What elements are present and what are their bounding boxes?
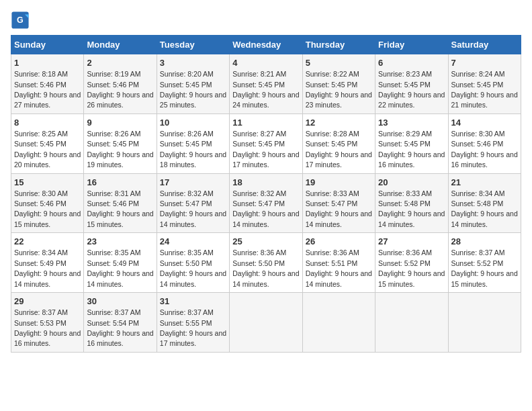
sunset-info: Sunset: 5:45 PM [160, 81, 212, 89]
daylight-info: Daylight: 9 hours and 15 minutes. [87, 210, 153, 228]
day-number: 5 [306, 57, 372, 69]
sunrise-info: Sunrise: 8:26 AM [160, 130, 214, 138]
day-number: 31 [160, 295, 226, 308]
calendar-cell: 15Sunrise: 8:30 AMSunset: 5:46 PMDayligh… [11, 173, 84, 233]
sunset-info: Sunset: 5:45 PM [87, 140, 139, 148]
daylight-info: Daylight: 9 hours and 17 minutes. [232, 150, 299, 169]
sunrise-info: Sunrise: 8:33 AM [306, 189, 359, 197]
day-number: 27 [378, 236, 445, 248]
day-number: 7 [451, 57, 518, 69]
calendar-cell: 20Sunrise: 8:33 AMSunset: 5:48 PMDayligh… [375, 173, 448, 233]
day-number: 19 [306, 177, 372, 189]
daylight-info: Daylight: 9 hours and 14 minutes. [160, 269, 226, 287]
sunrise-info: Sunrise: 8:25 AM [14, 130, 68, 138]
calendar-cell: 11Sunrise: 8:27 AMSunset: 5:45 PMDayligh… [230, 113, 302, 173]
sunrise-info: Sunrise: 8:37 AM [14, 308, 68, 316]
daylight-info: Daylight: 9 hours and 14 minutes. [232, 210, 299, 228]
calendar-cell: 23Sunrise: 8:35 AMSunset: 5:49 PMDayligh… [84, 233, 157, 293]
calendar-cell: 16Sunrise: 8:31 AMSunset: 5:46 PMDayligh… [84, 173, 157, 233]
sunset-info: Sunset: 5:53 PM [14, 319, 66, 327]
header-cell-wednesday: Wednesday [230, 36, 302, 54]
sunrise-info: Sunrise: 8:33 AM [378, 189, 432, 197]
day-number: 15 [14, 177, 81, 189]
sunrise-info: Sunrise: 8:37 AM [160, 308, 214, 316]
day-number: 28 [451, 236, 518, 248]
calendar-cell [448, 293, 521, 353]
calendar-cell: 27Sunrise: 8:36 AMSunset: 5:52 PMDayligh… [375, 233, 448, 293]
day-number: 22 [14, 236, 81, 248]
day-number: 26 [306, 236, 372, 248]
sunset-info: Sunset: 5:45 PM [14, 140, 66, 148]
header-cell-sunday: Sunday [11, 36, 84, 54]
calendar-week-row: 15Sunrise: 8:30 AMSunset: 5:46 PMDayligh… [11, 173, 521, 233]
daylight-info: Daylight: 9 hours and 16 minutes. [378, 150, 445, 169]
sunrise-info: Sunrise: 8:37 AM [451, 248, 505, 257]
calendar-cell [230, 293, 302, 353]
sunset-info: Sunset: 5:45 PM [306, 140, 358, 148]
sunrise-info: Sunrise: 8:34 AM [14, 248, 68, 257]
daylight-info: Daylight: 9 hours and 14 minutes. [87, 269, 153, 287]
daylight-info: Daylight: 9 hours and 19 minutes. [87, 150, 153, 169]
sunrise-info: Sunrise: 8:18 AM [14, 70, 68, 78]
calendar-cell: 29Sunrise: 8:37 AMSunset: 5:53 PMDayligh… [11, 293, 84, 353]
calendar-cell: 6Sunrise: 8:23 AMSunset: 5:45 PMDaylight… [375, 54, 448, 114]
sunset-info: Sunset: 5:46 PM [14, 199, 66, 208]
sunrise-info: Sunrise: 8:32 AM [160, 189, 214, 197]
sunrise-info: Sunrise: 8:30 AM [451, 130, 505, 138]
sunset-info: Sunset: 5:46 PM [87, 199, 139, 208]
sunrise-info: Sunrise: 8:36 AM [232, 248, 286, 257]
day-number: 20 [378, 177, 445, 189]
calendar-week-row: 29Sunrise: 8:37 AMSunset: 5:53 PMDayligh… [11, 293, 521, 353]
calendar-body: 1Sunrise: 8:18 AMSunset: 5:46 PMDaylight… [11, 54, 521, 353]
daylight-info: Daylight: 9 hours and 20 minutes. [14, 150, 81, 169]
sunset-info: Sunset: 5:47 PM [306, 199, 358, 208]
calendar-cell: 25Sunrise: 8:36 AMSunset: 5:50 PMDayligh… [230, 233, 302, 293]
day-number: 4 [232, 57, 299, 69]
day-number: 2 [87, 57, 153, 69]
day-number: 6 [378, 57, 445, 69]
calendar-cell: 22Sunrise: 8:34 AMSunset: 5:49 PMDayligh… [11, 233, 84, 293]
sunset-info: Sunset: 5:48 PM [451, 199, 504, 208]
logo: G [11, 11, 32, 30]
sunrise-info: Sunrise: 8:32 AM [232, 189, 286, 197]
header-cell-monday: Monday [84, 36, 157, 54]
sunset-info: Sunset: 5:52 PM [378, 259, 431, 267]
daylight-info: Daylight: 9 hours and 24 minutes. [232, 91, 299, 109]
sunset-info: Sunset: 5:45 PM [232, 81, 285, 89]
day-number: 23 [87, 236, 153, 248]
calendar-week-row: 1Sunrise: 8:18 AMSunset: 5:46 PMDaylight… [11, 54, 521, 114]
header-row: SundayMondayTuesdayWednesdayThursdayFrid… [11, 36, 521, 54]
sunrise-info: Sunrise: 8:24 AM [451, 70, 505, 78]
day-number: 10 [160, 117, 226, 129]
calendar-cell: 12Sunrise: 8:28 AMSunset: 5:45 PMDayligh… [302, 113, 375, 173]
calendar-cell: 19Sunrise: 8:33 AMSunset: 5:47 PMDayligh… [302, 173, 375, 233]
calendar-cell: 14Sunrise: 8:30 AMSunset: 5:46 PMDayligh… [448, 113, 521, 173]
sunrise-info: Sunrise: 8:28 AM [306, 130, 359, 138]
svg-text:G: G [17, 15, 24, 25]
calendar-cell: 30Sunrise: 8:37 AMSunset: 5:54 PMDayligh… [84, 293, 157, 353]
calendar-cell: 9Sunrise: 8:26 AMSunset: 5:45 PMDaylight… [84, 113, 157, 173]
calendar-cell: 5Sunrise: 8:22 AMSunset: 5:45 PMDaylight… [302, 54, 375, 114]
daylight-info: Daylight: 9 hours and 14 minutes. [378, 210, 445, 228]
calendar-week-row: 22Sunrise: 8:34 AMSunset: 5:49 PMDayligh… [11, 233, 521, 293]
daylight-info: Daylight: 9 hours and 16 minutes. [451, 150, 518, 169]
sunrise-info: Sunrise: 8:20 AM [160, 70, 214, 78]
sunset-info: Sunset: 5:49 PM [14, 259, 66, 267]
sunrise-info: Sunrise: 8:21 AM [232, 70, 286, 78]
sunrise-info: Sunrise: 8:35 AM [160, 248, 214, 257]
day-number: 25 [232, 236, 299, 248]
header-cell-friday: Friday [375, 36, 448, 54]
daylight-info: Daylight: 9 hours and 25 minutes. [160, 91, 226, 109]
daylight-info: Daylight: 9 hours and 22 minutes. [378, 91, 445, 109]
daylight-info: Daylight: 9 hours and 14 minutes. [451, 210, 518, 228]
sunset-info: Sunset: 5:50 PM [160, 259, 212, 267]
calendar-week-row: 8Sunrise: 8:25 AMSunset: 5:45 PMDaylight… [11, 113, 521, 173]
calendar-cell: 8Sunrise: 8:25 AMSunset: 5:45 PMDaylight… [11, 113, 84, 173]
daylight-info: Daylight: 9 hours and 16 minutes. [14, 329, 81, 347]
daylight-info: Daylight: 9 hours and 15 minutes. [451, 269, 518, 287]
sunrise-info: Sunrise: 8:34 AM [451, 189, 505, 197]
daylight-info: Daylight: 9 hours and 15 minutes. [14, 210, 81, 228]
sunset-info: Sunset: 5:45 PM [378, 140, 431, 148]
header-cell-thursday: Thursday [302, 36, 375, 54]
daylight-info: Daylight: 9 hours and 17 minutes. [306, 150, 372, 169]
